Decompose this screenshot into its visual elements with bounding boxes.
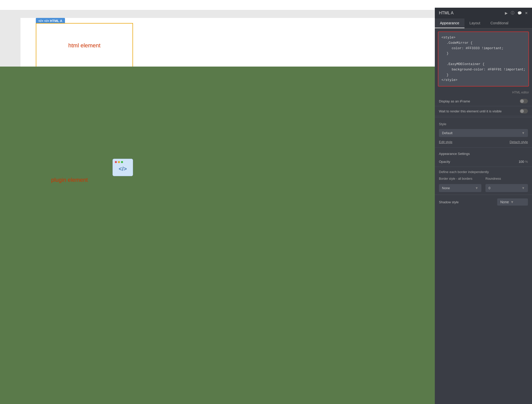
border-style-label: Border style - all borders — [439, 177, 481, 180]
code-line-5 — [441, 56, 525, 62]
dropdown-arrow-icon: ▼ — [522, 131, 525, 135]
divider-4 — [435, 195, 532, 195]
code-line-9: </style> — [441, 78, 525, 83]
edit-style-link[interactable]: Edit style — [439, 140, 452, 144]
panel-header: HTML A ▶ ⓘ 💬 ✕ — [435, 8, 532, 18]
border-style-col: Border style - all borders — [439, 177, 481, 182]
plugin-icon: </> — [113, 159, 133, 176]
opacity-value-display: 100 % — [519, 160, 528, 164]
close-icon[interactable]: ✕ — [525, 11, 528, 15]
style-dropdown[interactable]: Default ▼ — [439, 129, 528, 137]
detach-style-link[interactable]: Detach style — [509, 140, 528, 144]
plugin-element-text: plugin element — [51, 177, 88, 183]
opacity-value[interactable]: 100 — [519, 160, 524, 164]
style-section-label: Style — [435, 119, 532, 127]
html-editor-label: HTML editor — [435, 90, 532, 96]
html-a-label-text: </> HTML A — [44, 19, 62, 23]
opacity-label: Opacity — [439, 160, 450, 164]
html-element-text: html element — [68, 42, 101, 49]
wait-render-label: Wait to render this element until it is … — [439, 109, 502, 113]
shadow-dropdown-arrow-icon: ▼ — [510, 200, 514, 204]
define-border-label: Define each border independently — [435, 168, 532, 176]
shadow-row: Shadow style None ▼ — [435, 196, 532, 208]
tab-layout[interactable]: Layout — [464, 18, 485, 28]
toggle-knob-2 — [520, 109, 524, 113]
border-style-value: None — [442, 186, 450, 190]
code-editor[interactable]: <style> .CodeMirror { color: #FF3333 !im… — [438, 31, 529, 87]
html-element-box[interactable]: html element — [36, 23, 133, 68]
roundness-dropdown[interactable]: 0 ▼ — [485, 184, 528, 192]
style-dropdown-value: Default — [442, 131, 452, 135]
code-line-6: .EasyMDEContainer { — [447, 62, 525, 67]
display-iframe-label: Display as an iFrame — [439, 99, 470, 103]
wait-render-row: Wait to render this element until it is … — [435, 106, 532, 116]
right-panel: HTML A ▶ ⓘ 💬 ✕ Appearance Layout Conditi… — [435, 8, 532, 404]
plugin-icon-code-symbol: </> — [119, 166, 127, 172]
roundness-col: Roundness — [485, 177, 528, 182]
roundness-dropdown-arrow-icon: ▼ — [522, 186, 525, 190]
opacity-row: Opacity 100 % — [435, 158, 532, 166]
shadow-style-dropdown[interactable]: None ▼ — [497, 198, 528, 206]
divider-1 — [435, 117, 532, 118]
shadow-style-label: Shadow style — [439, 200, 459, 204]
comment-icon[interactable]: 💬 — [517, 11, 522, 15]
roundness-value: 0 — [489, 186, 490, 190]
edit-detach-row: Edit style Detach style — [435, 139, 532, 146]
play-icon[interactable]: ▶ — [505, 11, 508, 15]
style-dropdown-row: Default ▼ — [435, 127, 532, 139]
border-dropdown-arrow-icon: ▼ — [475, 186, 478, 190]
display-iframe-row: Display as an iFrame — [435, 96, 532, 106]
code-line-4: } — [447, 51, 525, 56]
divider-2 — [435, 147, 532, 148]
border-roundness-dropdowns: None ▼ 0 ▼ — [435, 183, 532, 194]
dot-yellow — [118, 161, 120, 163]
code-tag-icon: </> — [38, 19, 43, 23]
tab-conditional[interactable]: Conditional — [485, 18, 514, 28]
code-line-3: color: #FF3333 !important; — [452, 46, 525, 51]
panel-header-icons: ▶ ⓘ 💬 ✕ — [505, 11, 528, 15]
appearance-settings-label: Appearance Settings — [435, 149, 532, 158]
panel-title: HTML A — [439, 11, 453, 15]
code-line-2: .CodeMirror { — [447, 40, 525, 46]
code-line-8: } — [447, 72, 525, 78]
border-style-dropdown-col: None ▼ — [439, 184, 481, 192]
border-roundness-labels: Border style - all borders Roundness — [435, 176, 532, 183]
shadow-style-value: None — [500, 200, 509, 204]
tab-appearance[interactable]: Appearance — [435, 18, 464, 28]
code-line-1: <style> — [441, 35, 525, 40]
panel-tabs: Appearance Layout Conditional — [435, 18, 532, 28]
plugin-icon-dots — [115, 161, 123, 163]
code-line-7: background-color: #F8FF91 !important; — [452, 67, 525, 72]
roundness-dropdown-col: 0 ▼ — [485, 184, 528, 192]
border-style-dropdown[interactable]: None ▼ — [439, 184, 481, 192]
opacity-unit: % — [525, 160, 528, 164]
dot-green — [121, 161, 123, 163]
toggle-knob — [520, 99, 524, 103]
dot-red — [115, 161, 117, 163]
info-icon[interactable]: ⓘ — [511, 11, 514, 15]
display-iframe-toggle[interactable] — [520, 99, 528, 103]
divider-3 — [435, 167, 532, 167]
roundness-label: Roundness — [485, 177, 528, 180]
wait-render-toggle[interactable] — [520, 109, 528, 113]
